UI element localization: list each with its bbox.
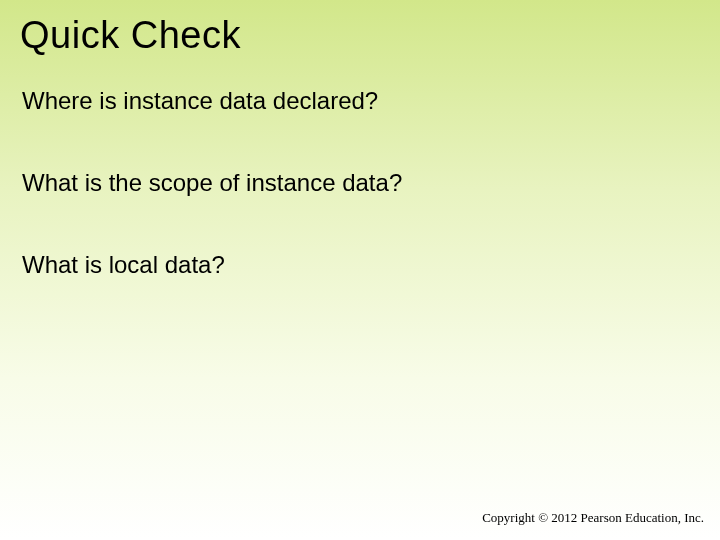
copyright-text: Copyright © 2012 Pearson Education, Inc.: [482, 510, 704, 526]
slide-title: Quick Check: [0, 0, 720, 57]
question-item: What is local data?: [22, 251, 720, 279]
question-list: Where is instance data declared? What is…: [0, 57, 720, 279]
question-item: Where is instance data declared?: [22, 87, 720, 115]
question-item: What is the scope of instance data?: [22, 169, 720, 197]
